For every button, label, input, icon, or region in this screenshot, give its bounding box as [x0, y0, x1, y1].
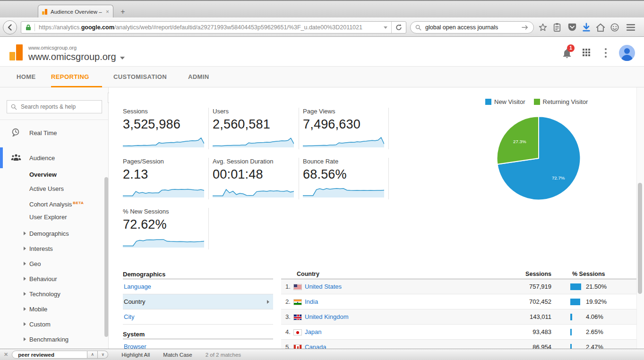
highlight-all-button[interactable]: Highlight All — [121, 352, 150, 358]
ga-logo-icon — [9, 44, 24, 60]
findbar-close-icon[interactable]: ✕ — [4, 351, 8, 358]
sidebar-item-demographics[interactable]: Demographics — [0, 226, 109, 241]
demographics-title: Demographics — [123, 271, 165, 278]
metric-avg-session-duration: Avg. Session Duration 00:01:48 — [213, 158, 296, 197]
row-arrow-icon — [267, 300, 269, 304]
findbar-input[interactable] — [17, 351, 92, 358]
expand-triangle-icon — [24, 277, 26, 281]
expand-triangle-icon — [24, 307, 26, 311]
search-icon — [11, 104, 17, 110]
notification-badge: 1 — [567, 44, 575, 52]
bounce-rate-sparkline — [303, 183, 384, 197]
browser-search[interactable] — [410, 21, 534, 34]
country-col-header[interactable]: Country — [297, 271, 319, 277]
sidebar-item-behaviour[interactable]: Behaviour — [0, 271, 109, 286]
expand-triangle-icon — [24, 247, 26, 250]
nav-reporting[interactable]: REPORTING — [51, 67, 89, 87]
browser-tab[interactable]: Audience Overview – Anal... × — [38, 5, 113, 18]
sidebar-search[interactable] — [7, 100, 102, 113]
visitor-legend: New Visitor Returning Visitor — [485, 98, 588, 105]
page-scrollbar-thumb[interactable] — [638, 183, 642, 294]
google-apps-button[interactable] — [583, 49, 591, 57]
sidebar-item-mobile[interactable]: Mobile — [0, 301, 109, 317]
star-icon — [538, 23, 548, 32]
tab-title: Audience Overview – Anal... — [51, 9, 103, 15]
menu-button[interactable] — [625, 22, 637, 33]
sidebar-item-user-explorer[interactable]: User Explorer — [29, 212, 67, 223]
tab-close-icon[interactable]: × — [106, 9, 109, 15]
audience-icon — [10, 152, 22, 165]
demographics-row-language[interactable]: Language — [123, 279, 273, 294]
demographics-row-city[interactable]: City — [123, 309, 273, 325]
expand-triangle-icon — [24, 322, 26, 326]
nav-home[interactable]: HOME — [17, 67, 36, 87]
metric-sessions: Sessions 3,525,986 — [123, 108, 206, 147]
legend-swatch-blue — [485, 99, 491, 105]
downloads-button[interactable] — [580, 22, 592, 33]
legend-new-visitor: New Visitor — [485, 98, 525, 105]
pocket-button[interactable] — [566, 22, 578, 33]
home-icon — [596, 23, 605, 32]
sidebar-item-active-users[interactable]: Active Users — [29, 183, 64, 195]
avatar[interactable] — [619, 45, 635, 61]
sidebar-item-audience[interactable]: Audience — [0, 150, 109, 165]
reload-button[interactable] — [391, 22, 406, 33]
metric-bounce-rate: Bounce Rate 68.56% — [303, 158, 386, 197]
nav-admin[interactable]: ADMIN — [188, 67, 209, 87]
sidebar-item-geo[interactable]: Geo — [0, 256, 109, 271]
match-count: 2 of 2 matches — [206, 352, 241, 358]
url-bar[interactable]: https://analytics.google.com/analytics/w… — [21, 21, 406, 34]
sidebar-item-technology[interactable]: Technology — [0, 286, 109, 301]
nav-customisation[interactable]: CUSTOMISATION — [113, 67, 167, 87]
reading-list-button[interactable] — [551, 22, 563, 33]
expand-triangle-icon — [24, 337, 26, 341]
sidebar-item-real-time[interactable]: Real Time — [0, 125, 109, 140]
bookmark-star-button[interactable] — [537, 22, 549, 33]
country-row-united-kingdom: 3. United Kingdom 143,011 4.06% — [281, 309, 640, 325]
match-case-button[interactable]: Match Case — [163, 352, 192, 358]
sidebar-item-cohort-analysis[interactable]: Cohort AnalysisBETA — [29, 197, 84, 209]
sidebar-item-custom[interactable]: Custom — [0, 317, 109, 332]
share-feedback-button[interactable] — [609, 22, 621, 33]
ssl-lock-icon — [25, 24, 32, 31]
reload-icon — [395, 24, 402, 31]
url-dropdown-icon[interactable] — [384, 26, 387, 29]
expand-triangle-icon — [24, 292, 26, 296]
country-link[interactable]: United States — [305, 279, 342, 294]
findbar-field[interactable] — [12, 351, 87, 359]
search-icon — [415, 25, 421, 31]
more-options-button[interactable] — [604, 48, 608, 58]
country-link[interactable]: India — [305, 294, 318, 309]
browser-search-input[interactable] — [424, 24, 522, 31]
sessions-col-header[interactable]: Sessions — [495, 271, 551, 277]
sidebar-search-input[interactable] — [20, 103, 98, 111]
metric-users: Users 2,560,581 — [213, 108, 296, 147]
pct-sessions-col-header[interactable]: % Sessions — [572, 271, 605, 277]
country-link[interactable]: United Kingdom — [305, 309, 349, 325]
country-row-japan: 4. Japan 93,483 2.65% — [281, 325, 640, 340]
sessions-sparkline — [123, 133, 204, 147]
page-views-sparkline — [303, 133, 384, 147]
sidebar-item-overview[interactable]: Overview — [29, 169, 57, 180]
demographics-row-country[interactable]: Country — [123, 294, 273, 309]
home-button[interactable] — [594, 22, 607, 33]
url-text[interactable]: https://analytics.google.com/analytics/w… — [39, 24, 380, 31]
find-previous-button[interactable]: ∧ — [87, 351, 98, 359]
new-tab-button[interactable]: + — [117, 7, 129, 17]
flag-in-icon — [293, 299, 302, 305]
card-divider — [299, 158, 299, 199]
find-next-button[interactable]: ∨ — [98, 351, 108, 359]
country-link[interactable]: Japan — [305, 325, 321, 340]
search-go-icon[interactable] — [522, 25, 529, 30]
back-button[interactable] — [3, 20, 17, 34]
sidebar-item-interests[interactable]: Interests — [0, 241, 109, 256]
expand-triangle-icon — [24, 231, 26, 235]
legend-swatch-green — [534, 99, 540, 105]
beta-badge: BETA — [73, 201, 84, 205]
account-selector[interactable]: www.omicsgroup.org — [28, 51, 125, 62]
chevron-down-icon — [120, 57, 125, 60]
sidebar-scrollbar[interactable] — [104, 177, 108, 337]
pie-label-returning: 27.3% — [513, 139, 526, 144]
new-sessions-sparkline — [123, 233, 204, 248]
sidebar-item-benchmarking[interactable]: Benchmarking — [0, 332, 109, 347]
